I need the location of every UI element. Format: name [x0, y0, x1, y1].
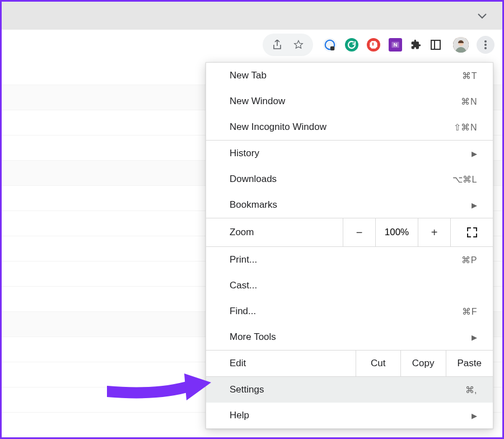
- svg-rect-1: [330, 46, 334, 50]
- chrome-menu: New Tab ⌘T New Window ⌘N New Incognito W…: [206, 62, 493, 429]
- svg-text:N: N: [394, 42, 398, 48]
- svg-rect-2: [372, 43, 374, 45]
- menu-more-tools[interactable]: More Tools ▶: [206, 324, 493, 350]
- edit-copy-button[interactable]: Copy: [400, 351, 446, 376]
- menu-item-label: History: [230, 148, 259, 159]
- tab-strip: [2, 2, 502, 30]
- svg-point-8: [484, 40, 487, 43]
- menu-item-label: Cast...: [230, 280, 257, 291]
- submenu-arrow-icon: ▶: [472, 150, 477, 158]
- menu-settings[interactable]: Settings ⌘,: [206, 377, 493, 403]
- menu-item-label: New Incognito Window: [230, 122, 326, 133]
- edit-cut-button[interactable]: Cut: [356, 351, 400, 376]
- edit-paste-button[interactable]: Paste: [446, 351, 493, 376]
- grammarly-icon[interactable]: [345, 38, 358, 52]
- bookmark-star-icon[interactable]: [293, 39, 304, 50]
- side-panel-icon[interactable]: [430, 39, 441, 50]
- menu-item-label: Print...: [230, 254, 257, 265]
- menu-cast[interactable]: Cast...: [206, 273, 493, 298]
- menu-history[interactable]: History ▶: [206, 141, 493, 166]
- svg-point-9: [484, 44, 487, 46]
- menu-shortcut: ⌘P: [461, 255, 477, 265]
- menu-incognito[interactable]: New Incognito Window ⇧⌘N: [206, 114, 493, 140]
- menu-shortcut: ⌘,: [465, 385, 477, 395]
- svg-point-10: [484, 47, 487, 49]
- menu-shortcut: ⌥⌘L: [452, 174, 477, 185]
- tabs-dropdown-icon[interactable]: [478, 12, 487, 21]
- menu-item-label: Settings: [230, 384, 264, 395]
- menu-print[interactable]: Print... ⌘P: [206, 247, 493, 273]
- zoom-in-button[interactable]: +: [418, 218, 450, 246]
- menu-shortcut: ⌘N: [461, 96, 477, 107]
- menu-item-label: Downloads: [230, 174, 277, 185]
- zoom-level: 100%: [375, 218, 418, 246]
- menu-downloads[interactable]: Downloads ⌥⌘L: [206, 166, 493, 192]
- extension-1-icon[interactable]: [323, 38, 337, 52]
- menu-item-label: Help: [230, 410, 249, 421]
- menu-item-label: More Tools: [230, 331, 276, 343]
- submenu-arrow-icon: ▶: [472, 201, 477, 209]
- menu-shortcut: ⌘F: [462, 306, 477, 317]
- menu-zoom-label: Zoom: [206, 218, 343, 246]
- menu-edit-label: Edit: [206, 351, 356, 376]
- menu-item-label: New Window: [230, 96, 285, 107]
- submenu-arrow-icon: ▶: [472, 412, 477, 420]
- extensions-area: N: [323, 37, 469, 53]
- profile-avatar[interactable]: [453, 37, 469, 53]
- browser-toolbar: N: [2, 30, 502, 60]
- fullscreen-icon: [467, 227, 477, 237]
- menu-item-label: New Tab: [230, 70, 267, 81]
- share-icon[interactable]: [272, 39, 283, 50]
- menu-item-label: Bookmarks: [230, 199, 277, 211]
- menu-new-window[interactable]: New Window ⌘N: [206, 88, 493, 114]
- menu-find[interactable]: Find... ⌘F: [206, 298, 493, 324]
- onenote-icon[interactable]: N: [389, 38, 402, 52]
- menu-bookmarks[interactable]: Bookmarks ▶: [206, 192, 493, 218]
- omnibox-actions: [263, 34, 313, 56]
- adblock-icon[interactable]: [367, 38, 380, 52]
- menu-shortcut: ⌘T: [462, 71, 477, 81]
- fullscreen-button[interactable]: [450, 218, 493, 246]
- menu-edit-row: Edit Cut Copy Paste: [206, 350, 493, 377]
- chrome-menu-button[interactable]: [477, 36, 494, 54]
- menu-help[interactable]: Help ▶: [206, 403, 493, 428]
- menu-new-tab[interactable]: New Tab ⌘T: [206, 63, 493, 88]
- extensions-puzzle-icon[interactable]: [410, 39, 422, 50]
- menu-item-label: Find...: [230, 306, 256, 317]
- menu-shortcut: ⇧⌘N: [454, 122, 477, 133]
- submenu-arrow-icon: ▶: [472, 333, 477, 342]
- zoom-out-button[interactable]: −: [343, 218, 375, 246]
- menu-zoom-row: Zoom − 100% +: [206, 218, 493, 247]
